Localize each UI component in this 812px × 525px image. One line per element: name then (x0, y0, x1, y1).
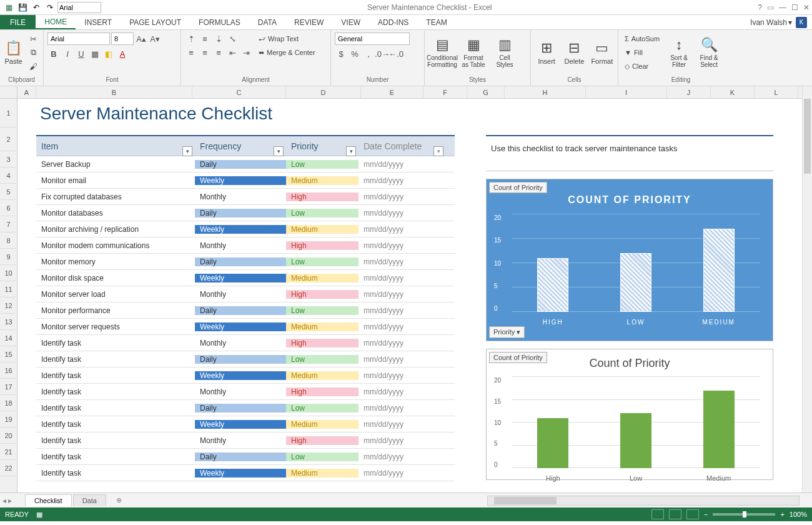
table-row[interactable]: Identify taskWeeklyMediummm/dd/yyyy (36, 416, 455, 432)
row-header[interactable]: 21 (0, 444, 17, 460)
zoom-level[interactable]: 100% (790, 511, 807, 518)
column-header[interactable]: E (361, 86, 423, 98)
cell-priority[interactable]: Medium (286, 420, 359, 429)
qat-font-combo[interactable] (57, 2, 101, 13)
accounting-icon[interactable]: $ (335, 48, 347, 60)
cell-date[interactable]: mm/dd/yyyy (359, 355, 446, 364)
cell-priority[interactable]: Medium (286, 225, 359, 234)
column-header[interactable]: K (711, 86, 755, 98)
row-header[interactable]: 9 (0, 249, 17, 265)
cell-item[interactable]: Monitor modem communications (36, 241, 195, 250)
tab-insert[interactable]: INSERT (76, 15, 121, 29)
indent-inc-icon[interactable]: ⇥ (240, 46, 252, 59)
column-header[interactable]: J (667, 86, 711, 98)
align-top-icon[interactable]: ⇡ (185, 32, 197, 45)
row-header[interactable]: 18 (0, 395, 17, 411)
table-row[interactable]: Monitor performanceDailyLowmm/dd/yyyy (36, 302, 455, 319)
cell-priority[interactable]: High (286, 339, 359, 348)
cell-frequency[interactable]: Daily (195, 452, 286, 461)
cell-frequency[interactable]: Weekly (195, 371, 286, 380)
zoom-in-icon[interactable]: + (780, 511, 784, 518)
column-header[interactable]: B (36, 86, 192, 98)
table-row[interactable]: Identify taskMonthlyHighmm/dd/yyyy (36, 432, 455, 449)
filter-button[interactable]: ▾ (274, 146, 284, 156)
cell-item[interactable]: Identify task (36, 404, 195, 412)
cell-frequency[interactable]: Weekly (195, 176, 286, 185)
orientation-icon[interactable]: ⤡ (226, 32, 239, 45)
font-name-combo[interactable]: Arial (47, 32, 110, 45)
row-header[interactable]: 22 (0, 460, 17, 476)
scrollbar-thumb[interactable] (494, 497, 557, 504)
tab-formulas[interactable]: FORMULAS (190, 15, 249, 29)
column-header[interactable]: I (586, 86, 667, 98)
cell-frequency[interactable]: Daily (195, 258, 286, 266)
cell-item[interactable]: Monitor email (36, 176, 195, 185)
sheet-nav[interactable]: ◂ ▸ (2, 496, 12, 505)
add-sheet-button[interactable]: ⊕ (107, 494, 131, 506)
table-row[interactable]: Monitor archiving / replicationWeeklyMed… (36, 221, 455, 238)
sheet-content[interactable]: Server Maintenance Checklist Item▾ Frequ… (17, 99, 812, 492)
column-headers[interactable]: ABCDEFGHIJKL (0, 86, 812, 99)
cell-item[interactable]: Monitor server load (36, 290, 195, 299)
fill-color-icon[interactable]: ◧ (102, 48, 115, 60)
table-row[interactable]: Server BackupDailyLowmm/dd/yyyy (36, 156, 455, 172)
tab-team[interactable]: TEAM (417, 15, 455, 29)
row-header[interactable]: 17 (0, 379, 17, 395)
cell-frequency[interactable]: Daily (195, 209, 286, 218)
cell-styles-button[interactable]: ▥Cell Styles (491, 32, 518, 72)
dec-decimal-icon[interactable]: ←.0 (390, 48, 402, 60)
border-icon[interactable]: ▦ (89, 48, 101, 60)
table-row[interactable]: Monitor server requestsWeeklyMediummm/dd… (36, 319, 455, 335)
cell-item[interactable]: Fix corrupted databases (36, 192, 195, 201)
find-select-button[interactable]: 🔍Find & Select (696, 32, 722, 72)
cell-item[interactable]: Monitor archiving / replication (36, 225, 195, 234)
cell-priority[interactable]: Low (286, 404, 359, 412)
filter-button[interactable]: ▾ (433, 146, 443, 156)
cell-date[interactable]: mm/dd/yyyy (359, 290, 446, 299)
row-header[interactable]: 5 (0, 184, 17, 200)
scrollbar-thumb[interactable] (804, 99, 811, 174)
save-icon[interactable]: 💾 (16, 1, 29, 14)
cell-priority[interactable]: High (286, 436, 359, 445)
cell-priority[interactable]: Low (286, 355, 359, 364)
cell-frequency[interactable]: Monthly (195, 339, 286, 348)
cell-frequency[interactable]: Monthly (195, 388, 286, 396)
align-middle-icon[interactable]: ≡ (199, 32, 211, 45)
row-header[interactable]: 3 (0, 151, 17, 168)
cell-frequency[interactable]: Weekly (195, 225, 286, 234)
row-header[interactable]: 1 (0, 99, 17, 128)
cell-item[interactable]: Monitor disk space (36, 274, 195, 282)
cell-priority[interactable]: High (286, 241, 359, 250)
row-header[interactable]: 8 (0, 232, 17, 249)
horizontal-scrollbar[interactable] (487, 496, 800, 506)
cell-priority[interactable]: Medium (286, 176, 359, 185)
cell-item[interactable]: Identify task (36, 469, 195, 478)
cell-date[interactable]: mm/dd/yyyy (359, 258, 446, 266)
filter-button[interactable]: ▾ (182, 146, 192, 156)
cell-frequency[interactable]: Daily (195, 160, 286, 169)
cell-priority[interactable]: Low (286, 209, 359, 218)
indent-dec-icon[interactable]: ⇤ (226, 46, 239, 59)
chart-bar[interactable] (703, 229, 735, 312)
worksheet[interactable]: 12345678910111213141516171819202122 Serv… (0, 99, 812, 492)
font-size-combo[interactable]: 8 (111, 32, 134, 45)
row-header[interactable]: 13 (0, 314, 17, 330)
row-header[interactable]: 4 (0, 168, 17, 184)
format-cells-button[interactable]: ▭Format (590, 32, 614, 72)
row-header[interactable]: 15 (0, 346, 17, 362)
cell-priority[interactable]: High (286, 290, 359, 299)
paste-button[interactable]: 📋Paste (4, 32, 23, 72)
cell-frequency[interactable]: Weekly (195, 420, 286, 429)
format-painter-icon[interactable]: 🖌 (27, 60, 39, 72)
cell-priority[interactable]: Medium (286, 322, 359, 331)
cell-frequency[interactable]: Weekly (195, 322, 286, 331)
cell-frequency[interactable]: Monthly (195, 241, 286, 250)
italic-icon[interactable]: I (61, 48, 74, 60)
table-row[interactable]: Monitor databasesDailyLowmm/dd/yyyy (36, 205, 455, 221)
number-format-combo[interactable]: General (335, 32, 410, 45)
cell-frequency[interactable]: Daily (195, 355, 286, 364)
column-header[interactable]: A (17, 86, 36, 98)
delete-cells-button[interactable]: ⊟Delete (562, 32, 586, 72)
cell-item[interactable]: Identify task (36, 436, 195, 445)
cell-date[interactable]: mm/dd/yyyy (359, 209, 446, 218)
